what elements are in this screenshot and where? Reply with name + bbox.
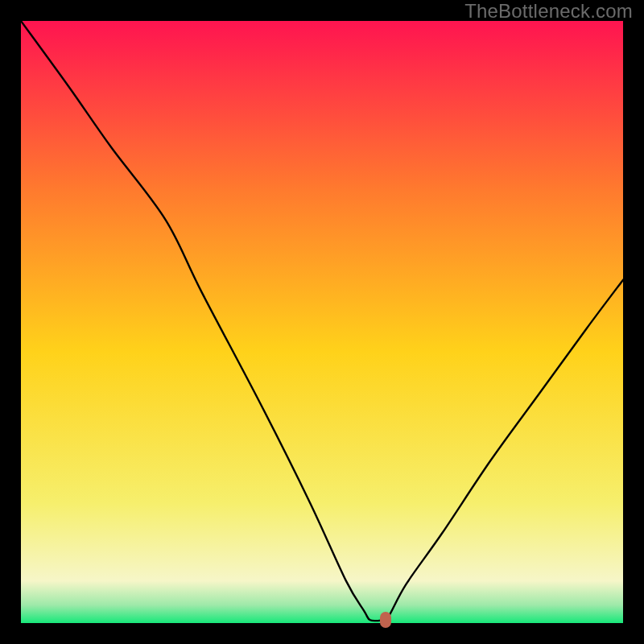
optimal-point-marker [380, 612, 391, 628]
gradient-background [21, 21, 623, 623]
plot-area [21, 21, 623, 623]
watermark-text: TheBottleneck.com [464, 0, 633, 23]
chart-frame: TheBottleneck.com [0, 0, 644, 644]
bottleneck-chart [21, 21, 623, 623]
